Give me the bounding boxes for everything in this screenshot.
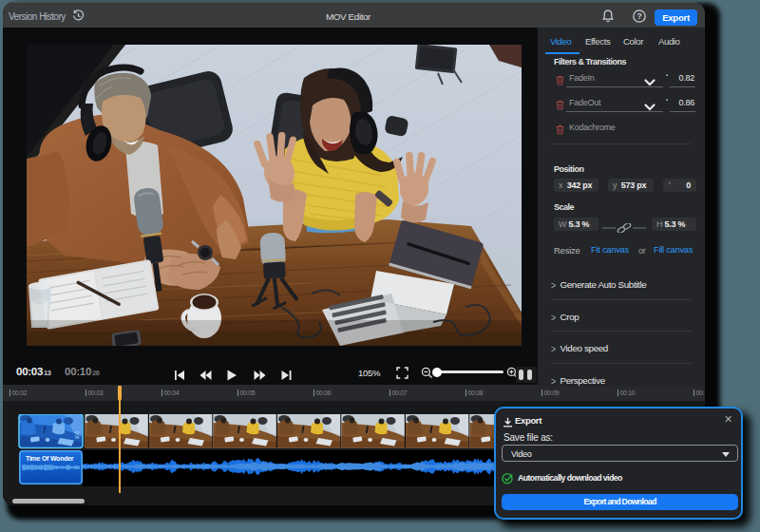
- svg-text:0:05: 0:05: [74, 431, 79, 440]
- svg-text:?: ?: [637, 11, 642, 21]
- svg-text:Time Of Wonder: Time Of Wonder: [26, 455, 74, 462]
